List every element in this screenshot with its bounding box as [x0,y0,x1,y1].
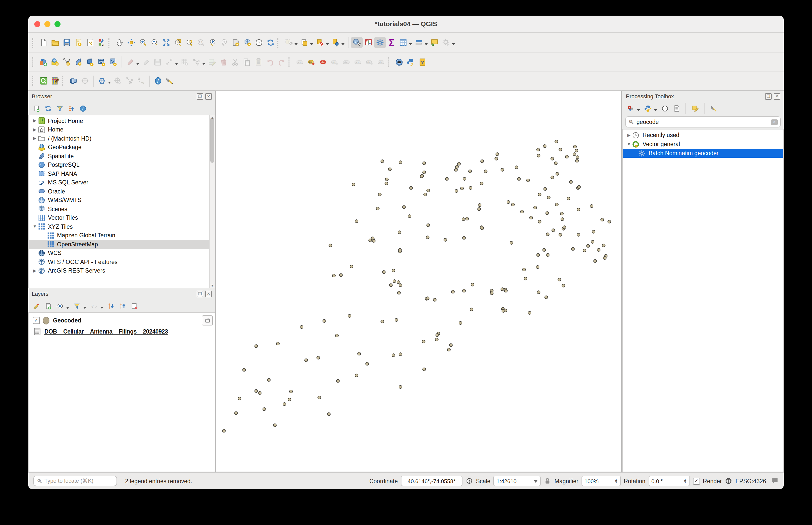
float-panel-icon[interactable]: ❐ [765,93,772,100]
identify-features-icon[interactable]: i [351,37,363,48]
filter-browser-icon[interactable] [55,103,64,114]
browser-item-wms-wmts[interactable]: WMS/WMTS [29,196,210,205]
open-attribute-table-icon[interactable] [397,37,409,48]
toolbar-grip[interactable] [108,38,112,48]
browser-item-vector-tiles[interactable]: Vector Tiles [29,213,210,222]
undo-icon[interactable] [264,56,276,68]
chevron-down-icon[interactable] [136,63,139,66]
add-record-icon[interactable] [179,56,191,68]
open-project-icon[interactable] [49,37,61,48]
metasearch-globe-icon[interactable] [393,56,405,68]
chevron-down-icon[interactable] [534,480,538,484]
float-panel-icon[interactable]: ❐ [197,93,203,100]
pan-to-selection-icon[interactable] [126,37,137,48]
manage-visibility-icon[interactable] [55,301,64,311]
data-source-manager-icon[interactable] [38,56,49,68]
add-group-icon[interactable] [43,301,53,311]
invert-selection-icon[interactable] [314,37,326,48]
close-panel-icon[interactable]: ✕ [205,290,212,297]
georeferencer-icon[interactable] [79,75,91,87]
close-panel-icon[interactable]: ✕ [205,93,212,100]
browser-item-oracle[interactable]: Oracle [29,187,210,196]
chevron-right-icon[interactable]: ▶ [32,136,38,141]
chevron-down-icon[interactable] [342,43,345,47]
modify-attributes-icon[interactable] [206,56,218,68]
chevron-down-icon[interactable] [637,109,640,112]
remove-layer-icon[interactable] [129,301,139,311]
style-manager-icon[interactable]: a [96,37,107,48]
save-project-icon[interactable] [61,37,73,48]
toolbar-grip[interactable] [32,38,35,48]
memory-layer-indicator-icon[interactable] [202,315,213,326]
temporal-controller-icon[interactable] [253,37,265,48]
zoom-out-icon[interactable] [149,37,160,48]
toolbar-grip[interactable] [32,76,35,86]
label-abc-icon[interactable]: abc [317,56,329,68]
profile-tool-icon[interactable] [68,75,79,87]
python-scripts-icon[interactable] [642,103,653,114]
new-virtual-layer-icon[interactable] [96,56,107,68]
chevron-down-icon[interactable] [654,109,657,112]
results-viewer-icon[interactable] [671,103,681,114]
deselect-features-icon[interactable] [299,37,310,48]
label-highlight-icon[interactable]: abc [294,56,306,68]
layer-item-geocoded[interactable]: ✓ Geocoded [29,314,215,327]
collapse-all-icon[interactable] [66,103,76,114]
processing-search-input[interactable]: 🔍︎ geocode ✕ [625,116,781,127]
filter-legend-icon[interactable] [72,301,82,311]
add-selected-layers-icon[interactable] [31,103,41,114]
browser-item-scenes[interactable]: Scenes [29,205,210,213]
toolbar-grip[interactable] [277,38,280,48]
browser-item-project-home[interactable]: ▶Project Home [29,116,210,125]
chevron-down-icon[interactable] [294,43,298,47]
locate-input[interactable]: 🔍︎ Type to locate (⌘K) [33,476,117,486]
chevron-down-icon[interactable] [108,81,111,85]
layer-checkbox[interactable]: ✓ [33,317,40,324]
browser-scrollbar[interactable]: ▲▼ [209,115,215,288]
tracing-brush-icon[interactable] [135,75,147,87]
delete-selected-icon[interactable] [218,56,230,68]
lock-scale-icon[interactable] [544,477,551,485]
render-checkbox[interactable]: ✓ [693,477,700,484]
select-by-location-icon[interactable] [330,37,342,48]
toolbar-grip[interactable] [62,76,65,86]
browser-item-openstreetmap[interactable]: OpenStreetMap [29,240,210,249]
zoom-native-icon[interactable] [160,37,172,48]
new-spatialite-layer-icon[interactable] [73,56,84,68]
new-temporary-scratch-layer-icon[interactable] [84,56,96,68]
chevron-down-icon[interactable] [175,63,178,66]
close-panel-icon[interactable]: ✕ [774,93,780,100]
zoom-next-icon[interactable] [218,37,230,48]
label-options-icon[interactable]: abc [352,56,364,68]
new-print-layout-icon[interactable] [73,37,84,48]
browser-item-sap-hana[interactable]: SAP HANA [29,169,210,178]
paste-features-icon[interactable] [253,56,264,68]
new-3d-map-icon[interactable] [242,37,253,48]
browser-item-home[interactable]: ▶Home [29,125,210,134]
statistics-icon[interactable] [363,37,374,48]
float-panel-icon[interactable]: ❐ [197,290,203,297]
label-options-icon[interactable]: abc [340,56,352,68]
scrollbar-thumb[interactable] [210,117,214,163]
new-shapefile-layer-icon[interactable] [61,56,73,68]
toggle-editing-icon[interactable] [125,56,136,68]
new-map-view-icon[interactable] [230,37,242,48]
processing-group-vector-general[interactable]: ▼ Vector general [623,139,783,149]
new-geopackage-layer-icon[interactable] [49,56,61,68]
refresh-map-icon[interactable] [265,37,276,48]
coordinate-value[interactable]: 40.6146°,-74.0558° [401,476,462,486]
save-layer-edits-icon[interactable] [152,56,163,68]
vertex-tool-icon[interactable] [191,56,202,68]
chevron-down-icon[interactable] [425,43,428,47]
browser-item-macintosh-hd[interactable]: ▶/ (Macintosh HD) [29,134,210,143]
topology-icon[interactable] [124,75,135,87]
layout-manager-icon[interactable] [84,37,96,48]
expand-all-icon[interactable] [106,301,116,311]
redo-icon[interactable] [276,56,288,68]
filter-expression-icon[interactable]: ε [89,301,99,311]
processing-options-icon[interactable] [709,103,719,114]
chevron-down-icon[interactable] [326,43,329,47]
processing-alg-batch-nominatim-geocoder[interactable]: Batch Nominatim geocoder [623,149,783,158]
chevron-down-icon[interactable] [310,43,313,47]
chevron-down-icon[interactable] [66,306,69,310]
